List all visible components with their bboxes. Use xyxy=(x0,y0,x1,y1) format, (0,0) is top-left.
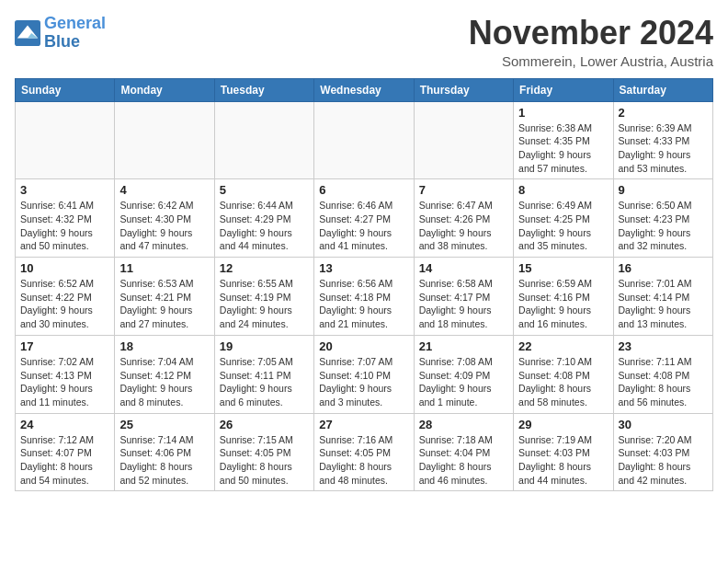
calendar-cell: 28Sunrise: 7:18 AM Sunset: 4:04 PM Dayli… xyxy=(414,413,513,491)
day-number: 20 xyxy=(319,339,408,353)
day-number: 8 xyxy=(518,183,608,197)
calendar-cell: 14Sunrise: 6:58 AM Sunset: 4:17 PM Dayli… xyxy=(414,258,513,336)
day-number: 21 xyxy=(419,339,508,353)
calendar-cell: 1Sunrise: 6:38 AM Sunset: 4:35 PM Daylig… xyxy=(514,101,613,179)
calendar-week-3: 17Sunrise: 7:02 AM Sunset: 4:13 PM Dayli… xyxy=(16,335,713,413)
calendar-cell: 9Sunrise: 6:50 AM Sunset: 4:23 PM Daylig… xyxy=(613,179,712,258)
day-number: 23 xyxy=(619,339,708,353)
day-number: 14 xyxy=(419,261,508,275)
calendar-cell: 6Sunrise: 6:46 AM Sunset: 4:27 PM Daylig… xyxy=(314,179,414,258)
day-number: 9 xyxy=(619,183,708,197)
calendar-cell: 18Sunrise: 7:04 AM Sunset: 4:12 PM Dayli… xyxy=(115,335,214,413)
calendar-cell xyxy=(414,101,513,179)
day-number: 30 xyxy=(619,418,708,431)
calendar-cell: 8Sunrise: 6:49 AM Sunset: 4:25 PM Daylig… xyxy=(514,179,613,258)
day-number: 4 xyxy=(119,183,209,197)
day-info: Sunrise: 7:01 AM Sunset: 4:14 PM Dayligh… xyxy=(619,277,708,331)
day-number: 26 xyxy=(220,418,309,431)
weekday-header-wednesday: Wednesday xyxy=(314,78,414,101)
day-info: Sunrise: 7:04 AM Sunset: 4:12 PM Dayligh… xyxy=(119,355,209,409)
logo-icon xyxy=(15,20,40,46)
calendar-cell: 27Sunrise: 7:16 AM Sunset: 4:05 PM Dayli… xyxy=(314,413,414,491)
calendar-week-4: 24Sunrise: 7:12 AM Sunset: 4:07 PM Dayli… xyxy=(16,413,713,491)
weekday-header-sunday: Sunday xyxy=(16,78,115,101)
calendar-cell: 5Sunrise: 6:44 AM Sunset: 4:29 PM Daylig… xyxy=(214,179,313,258)
calendar-cell: 25Sunrise: 7:14 AM Sunset: 4:06 PM Dayli… xyxy=(115,413,214,491)
calendar-cell: 20Sunrise: 7:07 AM Sunset: 4:10 PM Dayli… xyxy=(314,335,414,413)
weekday-header-friday: Friday xyxy=(514,78,613,101)
calendar-cell: 22Sunrise: 7:10 AM Sunset: 4:08 PM Dayli… xyxy=(514,335,613,413)
day-number: 22 xyxy=(518,339,608,353)
calendar-cell: 2Sunrise: 6:39 AM Sunset: 4:33 PM Daylig… xyxy=(613,101,712,179)
day-info: Sunrise: 7:16 AM Sunset: 4:05 PM Dayligh… xyxy=(319,433,408,488)
day-number: 12 xyxy=(220,261,309,275)
calendar-cell: 13Sunrise: 6:56 AM Sunset: 4:18 PM Dayli… xyxy=(314,258,414,336)
day-info: Sunrise: 7:08 AM Sunset: 4:09 PM Dayligh… xyxy=(419,355,508,409)
day-info: Sunrise: 6:58 AM Sunset: 4:17 PM Dayligh… xyxy=(419,277,508,331)
calendar-cell: 19Sunrise: 7:05 AM Sunset: 4:11 PM Dayli… xyxy=(214,335,313,413)
calendar-cell xyxy=(115,101,214,179)
weekday-header-tuesday: Tuesday xyxy=(214,78,313,101)
page-header: General Blue November 2024 Sommerein, Lo… xyxy=(15,15,713,69)
calendar-cell: 3Sunrise: 6:41 AM Sunset: 4:32 PM Daylig… xyxy=(16,179,115,258)
calendar-cell: 10Sunrise: 6:52 AM Sunset: 4:22 PM Dayli… xyxy=(16,258,115,336)
calendar-week-2: 10Sunrise: 6:52 AM Sunset: 4:22 PM Dayli… xyxy=(16,258,713,336)
day-info: Sunrise: 6:56 AM Sunset: 4:18 PM Dayligh… xyxy=(319,277,408,331)
day-info: Sunrise: 7:07 AM Sunset: 4:10 PM Dayligh… xyxy=(319,355,408,409)
day-info: Sunrise: 7:14 AM Sunset: 4:06 PM Dayligh… xyxy=(119,433,209,488)
day-info: Sunrise: 7:12 AM Sunset: 4:07 PM Dayligh… xyxy=(20,433,109,488)
day-info: Sunrise: 6:39 AM Sunset: 4:33 PM Dayligh… xyxy=(619,121,708,176)
day-info: Sunrise: 6:42 AM Sunset: 4:30 PM Dayligh… xyxy=(119,199,209,253)
day-number: 15 xyxy=(518,261,608,275)
day-info: Sunrise: 6:38 AM Sunset: 4:35 PM Dayligh… xyxy=(518,121,608,176)
weekday-header-monday: Monday xyxy=(115,78,214,101)
day-number: 19 xyxy=(220,339,309,353)
calendar-cell xyxy=(314,101,414,179)
day-number: 7 xyxy=(419,183,508,197)
logo-text: General Blue xyxy=(44,15,106,52)
day-info: Sunrise: 6:49 AM Sunset: 4:25 PM Dayligh… xyxy=(518,199,608,253)
day-info: Sunrise: 7:10 AM Sunset: 4:08 PM Dayligh… xyxy=(518,355,608,409)
day-number: 11 xyxy=(119,261,209,275)
day-info: Sunrise: 7:18 AM Sunset: 4:04 PM Dayligh… xyxy=(419,433,508,488)
calendar-cell: 16Sunrise: 7:01 AM Sunset: 4:14 PM Dayli… xyxy=(613,258,712,336)
weekday-header-saturday: Saturday xyxy=(613,78,712,101)
calendar-cell: 12Sunrise: 6:55 AM Sunset: 4:19 PM Dayli… xyxy=(214,258,313,336)
calendar-cell: 24Sunrise: 7:12 AM Sunset: 4:07 PM Dayli… xyxy=(16,413,115,491)
day-number: 18 xyxy=(119,339,209,353)
day-info: Sunrise: 6:46 AM Sunset: 4:27 PM Dayligh… xyxy=(319,199,408,253)
day-info: Sunrise: 7:19 AM Sunset: 4:03 PM Dayligh… xyxy=(518,433,608,488)
calendar-cell: 21Sunrise: 7:08 AM Sunset: 4:09 PM Dayli… xyxy=(414,335,513,413)
calendar-cell: 7Sunrise: 6:47 AM Sunset: 4:26 PM Daylig… xyxy=(414,179,513,258)
calendar-cell: 15Sunrise: 6:59 AM Sunset: 4:16 PM Dayli… xyxy=(514,258,613,336)
day-number: 6 xyxy=(319,183,408,197)
logo: General Blue xyxy=(15,15,106,52)
day-number: 25 xyxy=(119,418,209,431)
month-title: November 2024 xyxy=(469,15,713,52)
calendar-cell: 4Sunrise: 6:42 AM Sunset: 4:30 PM Daylig… xyxy=(115,179,214,258)
day-info: Sunrise: 7:05 AM Sunset: 4:11 PM Dayligh… xyxy=(220,355,309,409)
calendar-cell xyxy=(214,101,313,179)
day-info: Sunrise: 7:15 AM Sunset: 4:05 PM Dayligh… xyxy=(220,433,309,488)
day-number: 28 xyxy=(419,418,508,431)
weekday-header-row: SundayMondayTuesdayWednesdayThursdayFrid… xyxy=(16,78,713,101)
day-info: Sunrise: 7:11 AM Sunset: 4:08 PM Dayligh… xyxy=(619,355,708,409)
day-number: 5 xyxy=(220,183,309,197)
day-info: Sunrise: 6:44 AM Sunset: 4:29 PM Dayligh… xyxy=(220,199,309,253)
weekday-header-thursday: Thursday xyxy=(414,78,513,101)
day-info: Sunrise: 6:50 AM Sunset: 4:23 PM Dayligh… xyxy=(619,199,708,253)
day-number: 24 xyxy=(20,418,109,431)
day-number: 27 xyxy=(319,418,408,431)
calendar-body: 1Sunrise: 6:38 AM Sunset: 4:35 PM Daylig… xyxy=(16,101,713,491)
day-number: 17 xyxy=(20,339,109,353)
title-block: November 2024 Sommerein, Lower Austria, … xyxy=(469,15,713,69)
day-number: 1 xyxy=(518,106,608,120)
location: Sommerein, Lower Austria, Austria xyxy=(469,53,713,69)
day-number: 29 xyxy=(518,418,608,431)
calendar-cell xyxy=(16,101,115,179)
day-info: Sunrise: 6:59 AM Sunset: 4:16 PM Dayligh… xyxy=(518,277,608,331)
calendar-cell: 23Sunrise: 7:11 AM Sunset: 4:08 PM Dayli… xyxy=(613,335,712,413)
day-info: Sunrise: 6:47 AM Sunset: 4:26 PM Dayligh… xyxy=(419,199,508,253)
calendar-header: SundayMondayTuesdayWednesdayThursdayFrid… xyxy=(16,78,713,101)
day-info: Sunrise: 7:20 AM Sunset: 4:03 PM Dayligh… xyxy=(619,433,708,488)
